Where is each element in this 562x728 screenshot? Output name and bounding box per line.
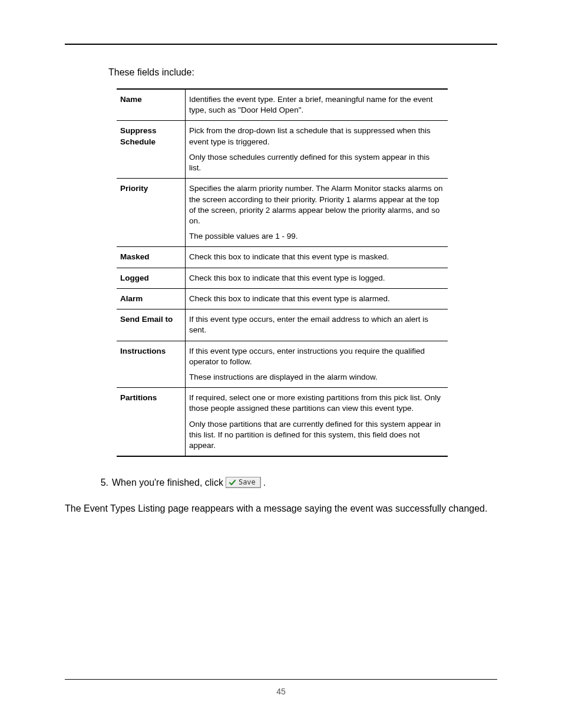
field-label: Send Email to: [117, 309, 186, 341]
save-button-label: Save: [239, 478, 256, 487]
field-description: If this event type occurs, enter instruc…: [186, 341, 448, 388]
table-row: Suppress SchedulePick from the drop-down…: [117, 121, 448, 179]
checkmark-icon: [229, 479, 236, 486]
document-page: These fields include: NameIdentifies the…: [0, 0, 562, 728]
table-row: InstructionsIf this event type occurs, e…: [117, 341, 448, 388]
table-row: Send Email toIf this event type occurs, …: [117, 309, 448, 341]
footer-rule: [65, 679, 497, 680]
field-description-paragraph: The possible values are 1 - 99.: [189, 231, 443, 242]
field-description-paragraph: Pick from the drop-down list a schedule …: [189, 126, 443, 147]
table-row: PrioritySpecifies the alarm priority num…: [117, 179, 448, 247]
table-row: AlarmCheck this box to indicate that thi…: [117, 288, 448, 309]
step-text-before: When you're finished, click: [112, 477, 223, 488]
step-5: 5. When you're finished, click Save .: [98, 477, 497, 488]
field-label: Instructions: [117, 341, 186, 388]
step-text-after: .: [263, 477, 266, 488]
step-number: 5.: [98, 477, 108, 488]
field-label: Partitions: [117, 388, 186, 457]
field-description-paragraph: Specifies the alarm priority number. The…: [189, 183, 443, 226]
table-row: PartitionsIf required, select one or mor…: [117, 388, 448, 457]
table-row: LoggedCheck this box to indicate that th…: [117, 268, 448, 288]
field-description: Identifies the event type. Enter a brief…: [186, 89, 448, 121]
field-description: Pick from the drop-down list a schedule …: [186, 121, 448, 179]
field-description-paragraph: Only those schedules currently defined f…: [189, 152, 443, 173]
header-rule: [65, 44, 497, 45]
field-description: Specifies the alarm priority number. The…: [186, 179, 448, 247]
field-label: Alarm: [117, 288, 186, 309]
field-description: Check this box to indicate that this eve…: [186, 247, 448, 268]
field-description-paragraph: Check this box to indicate that this eve…: [189, 273, 443, 284]
field-description-paragraph: If this event type occurs, enter instruc…: [189, 346, 443, 367]
field-description-paragraph: Identifies the event type. Enter a brief…: [189, 94, 443, 116]
field-label: Logged: [117, 268, 186, 288]
field-description: If required, select one or more existing…: [186, 388, 448, 457]
field-description: Check this box to indicate that this eve…: [186, 288, 448, 309]
save-button[interactable]: Save: [226, 477, 261, 488]
field-description-paragraph: Check this box to indicate that this eve…: [189, 294, 443, 304]
field-label: Priority: [117, 179, 186, 247]
intro-text: These fields include:: [108, 67, 497, 78]
field-description-paragraph: Check this box to indicate that this eve…: [189, 252, 443, 262]
field-description-paragraph: These instructions are displayed in the …: [189, 372, 443, 383]
field-description: Check this box to indicate that this eve…: [186, 268, 448, 288]
field-label: Suppress Schedule: [117, 121, 186, 179]
page-number: 45: [0, 687, 562, 696]
field-description-paragraph: If required, select one or more existing…: [189, 393, 443, 414]
fields-table: NameIdentifies the event type. Enter a b…: [117, 88, 448, 457]
field-description-paragraph: Only those partitions that are currently…: [189, 419, 443, 452]
table-row: MaskedCheck this box to indicate that th…: [117, 247, 448, 268]
field-description-paragraph: If this event type occurs, enter the ema…: [189, 314, 443, 335]
field-label: Name: [117, 89, 186, 121]
table-row: NameIdentifies the event type. Enter a b…: [117, 89, 448, 121]
closing-text: The Event Types Listing page reappears w…: [65, 502, 497, 515]
field-description: If this event type occurs, enter the ema…: [186, 309, 448, 341]
field-label: Masked: [117, 247, 186, 268]
